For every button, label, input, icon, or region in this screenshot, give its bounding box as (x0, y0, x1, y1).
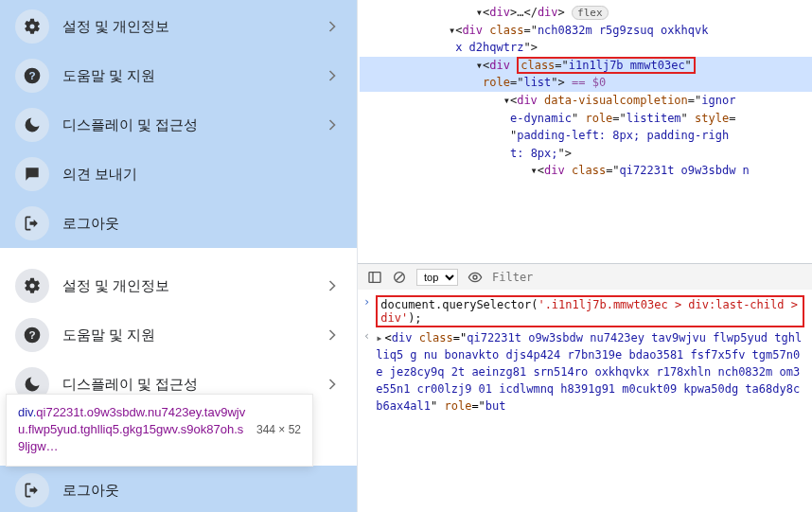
menu-item-help[interactable]: ? 도움말 및 지원 (0, 310, 357, 360)
chevron-right-icon (323, 115, 342, 134)
menu-item-label: 도움말 및 지원 (62, 327, 323, 344)
menu-item-logout[interactable]: 로그아웃 (0, 466, 357, 512)
moon-icon (15, 108, 49, 142)
menu-highlighted: 설정 및 개인정보 ? 도움말 및 지원 디스플레이 및 접근성 의견 보내기 … (0, 0, 357, 248)
chevron-right-icon (323, 66, 342, 85)
menu-item-label: 설정 및 개인정보 (62, 18, 323, 36)
context-selector[interactable]: top (416, 269, 458, 286)
menu-item-label: 디스플레이 및 접근성 (62, 116, 323, 134)
gear-icon (15, 269, 49, 303)
menu-item-settings[interactable]: 설정 및 개인정보 (0, 2, 357, 51)
clear-console-icon[interactable] (392, 270, 407, 285)
console-output-icon: ‹ (358, 329, 376, 415)
menu-item-logout[interactable]: 로그아웃 (0, 199, 357, 248)
live-expression-icon[interactable] (468, 270, 483, 285)
question-icon: ? (15, 59, 49, 93)
logout-icon (15, 473, 49, 507)
console-prompt-icon: › (358, 295, 376, 327)
chevron-right-icon (323, 375, 342, 394)
chevron-right-icon (323, 326, 342, 344)
svg-rect-4 (369, 272, 380, 282)
console-body[interactable]: › document.querySelector('.i1n1lj7b.mmwt… (358, 290, 812, 512)
console-sidebar-toggle-icon[interactable] (367, 270, 382, 285)
tooltip-classes: qi72231t.o9w3sbdw.nu7423ey.tav9wjvu.flwp… (18, 405, 245, 453)
svg-line-7 (397, 274, 403, 280)
tooltip-tag: div (18, 405, 33, 419)
menu-item-label: 디스플레이 및 접근성 (62, 376, 323, 394)
console-command-row: › document.querySelector('.i1n1lj7b.mmwt… (358, 295, 812, 327)
menu-item-settings[interactable]: 설정 및 개인정보 (0, 261, 357, 310)
devtools-elements-panel[interactable]: ▾<div>…</div> flex ▾<div class="nch0832m… (358, 0, 812, 263)
console-toolbar: top (358, 263, 812, 290)
element-tooltip: div.qi72231t.o9w3sbdw.nu7423ey.tav9wjvu.… (6, 394, 313, 467)
menu-item-label: 설정 및 개인정보 (62, 277, 323, 295)
svg-text:?: ? (28, 69, 35, 81)
tooltip-dimensions: 344 × 52 (256, 422, 301, 438)
menu-normal: 설정 및 개인정보 ? 도움말 및 지원 디스플레이 및 접근성 div.qi7… (0, 248, 357, 512)
console-command: document.querySelector('.i1n1lj7b.mmwt03… (376, 295, 804, 327)
svg-point-8 (473, 275, 477, 279)
menu-item-label: 로그아웃 (62, 482, 342, 500)
chevron-right-icon (323, 17, 342, 36)
menu-item-feedback[interactable]: 의견 보내기 (0, 150, 357, 199)
menu-item-help[interactable]: ? 도움말 및 지원 (0, 51, 357, 100)
menu-item-label: 도움말 및 지원 (62, 67, 323, 85)
question-icon: ? (15, 318, 49, 352)
menu-item-display[interactable]: 디스플레이 및 접근성 (0, 100, 357, 150)
console-output-row[interactable]: ‹ ▸<div class="qi72231t o9w3sbdw nu7423e… (358, 327, 812, 416)
menu-item-label: 의견 보내기 (62, 166, 342, 184)
svg-text:?: ? (28, 328, 35, 341)
console-filter-input[interactable] (492, 271, 803, 284)
logout-icon (15, 206, 49, 240)
feedback-icon (15, 157, 49, 191)
chevron-right-icon (323, 276, 342, 295)
menu-item-label: 로그아웃 (62, 215, 342, 233)
gear-icon (15, 9, 49, 44)
